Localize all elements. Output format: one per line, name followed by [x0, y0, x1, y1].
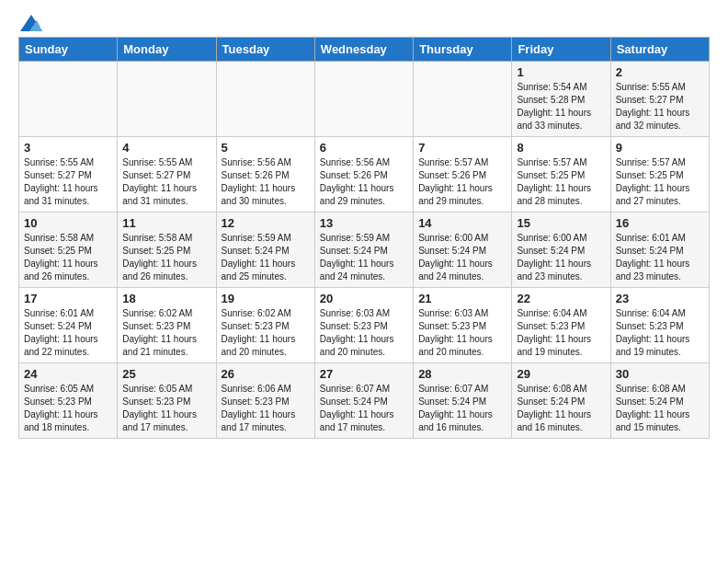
day-info: Sunrise: 6:02 AM Sunset: 5:23 PM Dayligh… — [222, 307, 310, 359]
day-info: Sunrise: 5:59 AM Sunset: 5:24 PM Dayligh… — [222, 232, 310, 283]
day-cell: 28Sunrise: 6:07 AM Sunset: 5:24 PM Dayli… — [414, 363, 512, 439]
day-cell: 6Sunrise: 5:56 AM Sunset: 5:26 PM Daylig… — [314, 137, 413, 213]
day-cell: 13Sunrise: 5:59 AM Sunset: 5:24 PM Dayli… — [314, 213, 413, 288]
day-number: 12 — [222, 216, 310, 230]
day-number: 9 — [616, 141, 704, 155]
day-number: 6 — [320, 141, 408, 155]
day-number: 7 — [418, 141, 506, 155]
day-info: Sunrise: 5:55 AM Sunset: 5:27 PM Dayligh… — [616, 81, 704, 132]
day-number: 8 — [517, 141, 605, 155]
day-cell: 24Sunrise: 6:05 AM Sunset: 5:23 PM Dayli… — [19, 363, 118, 439]
day-number: 3 — [24, 141, 112, 155]
weekday-header-friday: Friday — [512, 38, 610, 62]
day-number: 26 — [222, 367, 310, 381]
day-cell — [216, 62, 314, 137]
weekday-header-tuesday: Tuesday — [216, 38, 314, 62]
day-cell: 29Sunrise: 6:08 AM Sunset: 5:24 PM Dayli… — [512, 363, 610, 439]
week-row-5: 24Sunrise: 6:05 AM Sunset: 5:23 PM Dayli… — [19, 363, 710, 439]
calendar: SundayMondayTuesdayWednesdayThursdayFrid… — [18, 37, 710, 439]
day-info: Sunrise: 5:58 AM Sunset: 5:25 PM Dayligh… — [24, 232, 112, 283]
weekday-header-sunday: Sunday — [19, 38, 118, 62]
day-number: 22 — [517, 292, 605, 305]
day-info: Sunrise: 6:01 AM Sunset: 5:24 PM Dayligh… — [24, 307, 112, 359]
day-cell: 15Sunrise: 6:00 AM Sunset: 5:24 PM Dayli… — [512, 213, 610, 288]
day-cell — [19, 62, 118, 137]
logo-icon — [20, 15, 42, 31]
day-cell: 30Sunrise: 6:08 AM Sunset: 5:24 PM Dayli… — [610, 363, 709, 439]
day-info: Sunrise: 5:57 AM Sunset: 5:26 PM Dayligh… — [418, 156, 506, 208]
day-cell: 14Sunrise: 6:00 AM Sunset: 5:24 PM Dayli… — [414, 213, 512, 288]
day-cell: 17Sunrise: 6:01 AM Sunset: 5:24 PM Dayli… — [19, 288, 118, 363]
day-cell: 3Sunrise: 5:55 AM Sunset: 5:27 PM Daylig… — [19, 137, 118, 213]
day-cell: 5Sunrise: 5:56 AM Sunset: 5:26 PM Daylig… — [216, 137, 314, 213]
day-cell: 21Sunrise: 6:03 AM Sunset: 5:23 PM Dayli… — [414, 288, 512, 363]
page: SundayMondayTuesdayWednesdayThursdayFrid… — [0, 0, 728, 448]
day-info: Sunrise: 6:08 AM Sunset: 5:24 PM Dayligh… — [517, 383, 605, 434]
day-number: 18 — [122, 292, 210, 305]
day-info: Sunrise: 6:07 AM Sunset: 5:24 PM Dayligh… — [320, 383, 408, 434]
day-cell: 4Sunrise: 5:55 AM Sunset: 5:27 PM Daylig… — [118, 137, 216, 213]
day-number: 2 — [616, 65, 704, 79]
day-number: 4 — [122, 141, 210, 155]
day-info: Sunrise: 5:56 AM Sunset: 5:26 PM Dayligh… — [320, 156, 408, 208]
day-cell — [414, 62, 512, 137]
day-number: 27 — [320, 367, 408, 381]
day-cell: 25Sunrise: 6:05 AM Sunset: 5:23 PM Dayli… — [118, 363, 216, 439]
day-cell: 26Sunrise: 6:06 AM Sunset: 5:23 PM Dayli… — [216, 363, 314, 439]
day-number: 28 — [418, 367, 506, 381]
day-number: 1 — [517, 65, 605, 79]
day-number: 11 — [122, 216, 210, 230]
day-number: 20 — [320, 292, 408, 305]
day-info: Sunrise: 6:00 AM Sunset: 5:24 PM Dayligh… — [517, 232, 605, 283]
day-info: Sunrise: 5:57 AM Sunset: 5:25 PM Dayligh… — [517, 156, 605, 208]
day-cell: 20Sunrise: 6:03 AM Sunset: 5:23 PM Dayli… — [314, 288, 413, 363]
day-cell: 23Sunrise: 6:04 AM Sunset: 5:23 PM Dayli… — [610, 288, 709, 363]
day-info: Sunrise: 5:55 AM Sunset: 5:27 PM Dayligh… — [122, 156, 210, 208]
day-number: 24 — [24, 367, 112, 381]
header — [18, 15, 710, 28]
day-cell: 7Sunrise: 5:57 AM Sunset: 5:26 PM Daylig… — [414, 137, 512, 213]
day-info: Sunrise: 6:05 AM Sunset: 5:23 PM Dayligh… — [24, 383, 112, 434]
day-cell: 22Sunrise: 6:04 AM Sunset: 5:23 PM Dayli… — [512, 288, 610, 363]
weekday-header-monday: Monday — [118, 38, 216, 62]
day-info: Sunrise: 6:07 AM Sunset: 5:24 PM Dayligh… — [418, 383, 506, 434]
day-info: Sunrise: 5:59 AM Sunset: 5:24 PM Dayligh… — [320, 232, 408, 283]
day-info: Sunrise: 6:00 AM Sunset: 5:24 PM Dayligh… — [418, 232, 506, 283]
week-row-1: 1Sunrise: 5:54 AM Sunset: 5:28 PM Daylig… — [19, 62, 710, 137]
day-cell: 16Sunrise: 6:01 AM Sunset: 5:24 PM Dayli… — [610, 213, 709, 288]
day-number: 16 — [616, 216, 704, 230]
day-number: 23 — [616, 292, 704, 305]
day-cell: 18Sunrise: 6:02 AM Sunset: 5:23 PM Dayli… — [118, 288, 216, 363]
weekday-header-saturday: Saturday — [610, 38, 709, 62]
day-cell: 8Sunrise: 5:57 AM Sunset: 5:25 PM Daylig… — [512, 137, 610, 213]
day-number: 10 — [24, 216, 112, 230]
weekday-header-thursday: Thursday — [414, 38, 512, 62]
day-info: Sunrise: 6:03 AM Sunset: 5:23 PM Dayligh… — [418, 307, 506, 359]
day-cell — [118, 62, 216, 137]
logo — [18, 15, 42, 28]
day-info: Sunrise: 6:05 AM Sunset: 5:23 PM Dayligh… — [122, 383, 210, 434]
day-cell: 27Sunrise: 6:07 AM Sunset: 5:24 PM Dayli… — [314, 363, 413, 439]
day-number: 14 — [418, 216, 506, 230]
day-number: 30 — [616, 367, 704, 381]
day-cell: 12Sunrise: 5:59 AM Sunset: 5:24 PM Dayli… — [216, 213, 314, 288]
day-cell: 11Sunrise: 5:58 AM Sunset: 5:25 PM Dayli… — [118, 213, 216, 288]
day-info: Sunrise: 6:03 AM Sunset: 5:23 PM Dayligh… — [320, 307, 408, 359]
day-cell: 2Sunrise: 5:55 AM Sunset: 5:27 PM Daylig… — [610, 62, 709, 137]
day-cell: 1Sunrise: 5:54 AM Sunset: 5:28 PM Daylig… — [512, 62, 610, 137]
day-info: Sunrise: 6:08 AM Sunset: 5:24 PM Dayligh… — [616, 383, 704, 434]
day-number: 15 — [517, 216, 605, 230]
day-cell: 9Sunrise: 5:57 AM Sunset: 5:25 PM Daylig… — [610, 137, 709, 213]
day-info: Sunrise: 5:57 AM Sunset: 5:25 PM Dayligh… — [616, 156, 704, 208]
week-row-3: 10Sunrise: 5:58 AM Sunset: 5:25 PM Dayli… — [19, 213, 710, 288]
day-info: Sunrise: 6:01 AM Sunset: 5:24 PM Dayligh… — [616, 232, 704, 283]
day-number: 17 — [24, 292, 112, 305]
day-number: 21 — [418, 292, 506, 305]
day-info: Sunrise: 5:54 AM Sunset: 5:28 PM Dayligh… — [517, 81, 605, 132]
day-number: 13 — [320, 216, 408, 230]
day-cell — [314, 62, 413, 137]
day-number: 29 — [517, 367, 605, 381]
day-number: 25 — [122, 367, 210, 381]
day-info: Sunrise: 6:04 AM Sunset: 5:23 PM Dayligh… — [517, 307, 605, 359]
day-info: Sunrise: 5:56 AM Sunset: 5:26 PM Dayligh… — [222, 156, 310, 208]
